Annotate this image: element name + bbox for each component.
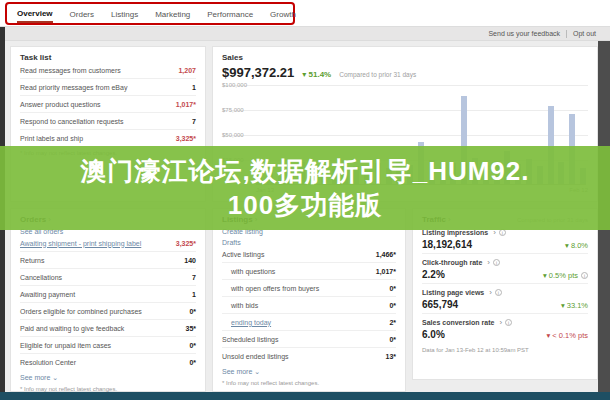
orders-footnote: * Info may not reflect latest changes.: [20, 386, 196, 392]
chevron-down-icon: ⌄: [254, 368, 260, 375]
metric-label[interactable]: Click-through rate›i: [422, 258, 588, 267]
tab-overview[interactable]: Overview: [17, 5, 53, 23]
row-label: Paid and waiting to give feedback: [20, 325, 124, 332]
nav-tabs-annotation-box: OverviewOrdersListingsMarketingPerforman…: [5, 2, 295, 25]
tab-listings[interactable]: Listings: [111, 6, 138, 22]
row-value[interactable]: 1,017*: [176, 101, 196, 108]
row-value[interactable]: 13*: [385, 353, 396, 360]
table-row: Paid and waiting to give feedback35*: [20, 319, 196, 336]
row-value[interactable]: 1: [192, 84, 196, 91]
metric-change: ▾ 8.0%: [565, 241, 588, 250]
table-row: Respond to cancellation requests7: [20, 112, 196, 129]
info-icon[interactable]: i: [495, 289, 502, 296]
row-label: with questions: [222, 268, 275, 275]
table-row: Returns140: [20, 251, 196, 268]
y-axis-tick: $75,000: [222, 107, 247, 113]
row-label: with open offers from buyers: [222, 285, 319, 292]
feedback-bar: Send us your feedback Opt out: [0, 27, 610, 41]
row-label: Scheduled listings: [222, 336, 278, 343]
row-value[interactable]: 0*: [189, 342, 196, 349]
tab-growth[interactable]: Growth: [270, 6, 296, 22]
row-value[interactable]: 2*: [389, 319, 396, 326]
row-value[interactable]: 1: [192, 291, 196, 298]
window-bottom-edge: [0, 392, 610, 400]
table-row: Awaiting payment1: [20, 285, 196, 302]
row-value[interactable]: 1,207: [178, 67, 196, 74]
row-label: Print labels and ship: [20, 135, 83, 142]
table-row: Orders eligible for combined purchases0*: [20, 302, 196, 319]
drafts-link[interactable]: Drafts: [222, 239, 396, 246]
task-list-title: Task list: [20, 53, 196, 62]
row-label: Active listings: [222, 251, 264, 258]
row-label: Awaiting payment: [20, 291, 75, 298]
row-value[interactable]: 7: [192, 274, 196, 281]
row-label: Orders eligible for combined purchases: [20, 308, 142, 315]
tab-orders[interactable]: Orders: [70, 6, 94, 22]
info-icon[interactable]: i: [499, 229, 506, 236]
tab-performance[interactable]: Performance: [207, 6, 253, 22]
info-icon[interactable]: i: [505, 319, 512, 326]
table-row: Awaiting shipment - print shipping label…: [20, 235, 196, 251]
table-row: Answer product questions1,017*: [20, 95, 196, 112]
row-value[interactable]: 3,325*: [176, 240, 196, 247]
metric-label[interactable]: Listing page views›i: [422, 288, 588, 297]
row-value[interactable]: 0*: [389, 336, 396, 343]
table-row: Resolution Center0*: [20, 353, 196, 370]
table-row: with open offers from buyers0*: [222, 279, 396, 296]
top-navigation: OverviewOrdersListingsMarketingPerforman…: [0, 0, 610, 27]
tab-marketing[interactable]: Marketing: [155, 6, 190, 22]
row-label: Answer product questions: [20, 101, 101, 108]
metric-change: ▾ 33.1%: [561, 301, 588, 310]
row-label[interactable]: ending today: [222, 319, 271, 326]
opt-out-link[interactable]: Opt out: [573, 30, 596, 37]
row-value[interactable]: 0*: [389, 302, 396, 309]
orders-panel: Orders› See all orders Awaiting shipment…: [10, 208, 206, 392]
row-label: Resolution Center: [20, 359, 76, 366]
metric-change: ▾ < 0.1% pts: [547, 331, 589, 340]
table-row: with bids0*: [222, 296, 396, 313]
row-value[interactable]: 1,466*: [376, 251, 396, 258]
orders-see-more-link[interactable]: See more ⌄: [20, 374, 196, 382]
table-row: Print labels and ship3,325*: [20, 129, 196, 146]
row-value[interactable]: 35*: [185, 325, 196, 332]
listings-see-more-link[interactable]: See more ⌄: [222, 368, 396, 376]
row-label: with bids: [222, 302, 258, 309]
watermark-text-line2: 100多功能版: [228, 188, 382, 222]
sales-title: Sales: [222, 53, 588, 62]
row-label: Read messages from customers: [20, 67, 121, 74]
sales-compare-label: Compared to prior 31 days: [339, 71, 416, 78]
table-row: with questions1,017*: [222, 262, 396, 279]
row-label: Returns: [20, 257, 45, 264]
row-value[interactable]: 0*: [189, 308, 196, 315]
row-value[interactable]: 1,017*: [376, 268, 396, 275]
table-row: Unsold ended listings13*: [222, 347, 396, 364]
row-value[interactable]: 0*: [189, 359, 196, 366]
chevron-down-icon: ⌄: [52, 374, 58, 381]
send-feedback-link[interactable]: Send us your feedback: [488, 30, 560, 37]
table-row: ending today2*: [222, 313, 396, 330]
row-label: Eligible for unpaid item cases: [20, 342, 111, 349]
metric-value: 6.0%: [422, 329, 445, 340]
traffic-metric: Sales conversion rate›i6.0%▾ < 0.1% pts: [422, 313, 588, 343]
row-label: Read priority messages from eBay: [20, 84, 127, 91]
row-value[interactable]: 3,325*: [176, 135, 196, 142]
row-label[interactable]: Awaiting shipment - print shipping label: [20, 240, 141, 247]
table-row: Read messages from customers1,207: [20, 62, 196, 78]
row-value[interactable]: 140: [184, 257, 196, 264]
metric-value: 2.2%: [422, 269, 445, 280]
traffic-metric: Listing page views›i665,794▾ 33.1%: [422, 283, 588, 313]
row-label: Cancellations: [20, 274, 62, 281]
info-icon[interactable]: i: [493, 259, 500, 266]
row-value[interactable]: 7: [192, 118, 196, 125]
traffic-panel: Traffic› Compared to prior 31 days Listi…: [412, 208, 598, 380]
table-row: Scheduled listings0*: [222, 330, 396, 347]
row-value[interactable]: 0*: [389, 285, 396, 292]
table-row: Read priority messages from eBay1: [20, 78, 196, 95]
y-axis-tick: $100,000: [222, 82, 250, 88]
info-icon[interactable]: i: [581, 272, 588, 279]
table-row: Active listings1,466*: [222, 246, 396, 262]
metric-value: 665,794: [422, 299, 458, 310]
y-axis-tick: $50,000: [222, 132, 247, 138]
metric-label[interactable]: Sales conversion rate›i: [422, 318, 588, 327]
traffic-date-range: Data for Jan 13-Feb 12 at 10:59am PST: [422, 347, 588, 353]
